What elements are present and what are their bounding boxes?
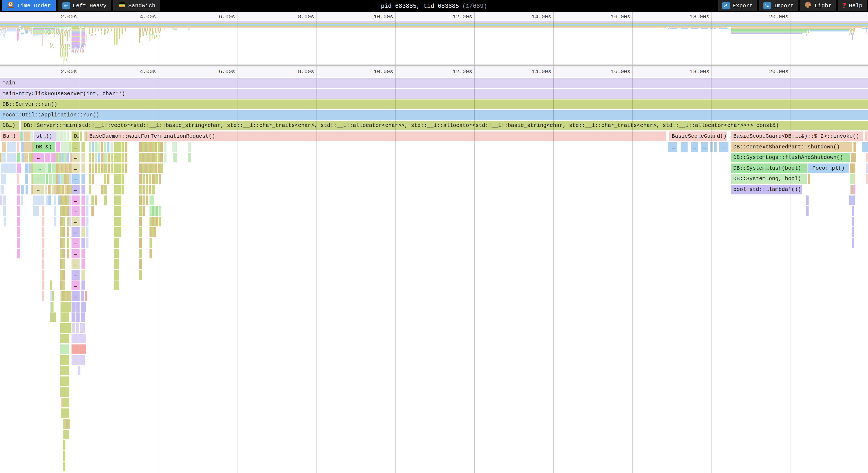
flame-frame[interactable] (42, 249, 44, 258)
flame-frame[interactable] (91, 206, 94, 216)
flame-frame[interactable] (81, 302, 83, 312)
flame-frame[interactable] (57, 185, 59, 194)
flame-frame[interactable] (65, 185, 67, 194)
flame-frame[interactable] (68, 291, 71, 301)
flame-frame[interactable]: Poco:…pl() (810, 163, 849, 173)
flame-frame[interactable] (143, 174, 145, 184)
flame-frame[interactable]: DB::Server::main(std::__1::vector<std::_… (21, 121, 868, 130)
flame-frame[interactable] (142, 163, 145, 173)
flame-frame[interactable] (82, 195, 85, 205)
flame-frame[interactable] (155, 142, 157, 152)
flame-frame[interactable] (82, 185, 85, 194)
flame-frame[interactable] (854, 153, 856, 162)
flame-frame[interactable] (80, 131, 82, 141)
flame-frame[interactable] (52, 163, 54, 173)
flame-frame[interactable] (139, 238, 142, 248)
flame-frame[interactable] (59, 185, 62, 194)
flame-frame[interactable] (174, 153, 177, 162)
flame-frame[interactable]: … (71, 185, 80, 194)
flame-frame[interactable] (117, 153, 119, 162)
flame-frame[interactable]: … (71, 195, 80, 205)
flame-frame[interactable] (24, 131, 30, 141)
flame-frame[interactable] (862, 142, 868, 152)
flame-frame[interactable] (806, 206, 809, 216)
flame-frame[interactable] (18, 163, 21, 173)
flame-frame[interactable]: … (33, 174, 45, 184)
flame-frame[interactable] (82, 217, 85, 226)
flame-frame[interactable] (143, 195, 145, 205)
flame-frame[interactable] (114, 153, 117, 162)
flame-frame[interactable] (3, 195, 6, 205)
minimap[interactable] (0, 21, 868, 65)
flame-frame[interactable] (114, 142, 117, 152)
flame-frame[interactable] (160, 142, 163, 152)
flame-frame[interactable] (852, 227, 854, 237)
flame-frame[interactable] (69, 174, 71, 184)
flame-frame[interactable] (17, 249, 20, 258)
flame-frame[interactable] (146, 174, 148, 184)
flame-frame[interactable] (17, 142, 19, 152)
flame-frame[interactable] (68, 419, 70, 429)
flame-frame[interactable] (98, 153, 100, 162)
flame-frame[interactable] (92, 163, 94, 173)
flamechart[interactable]: mainmainEntryClickHouseServer(int, char*… (0, 76, 868, 473)
flame-frame[interactable] (63, 440, 65, 450)
flame-frame[interactable] (104, 163, 107, 173)
flame-frame[interactable] (150, 142, 152, 152)
flame-frame[interactable] (62, 270, 65, 280)
flame-frame[interactable] (145, 142, 147, 152)
flame-frame[interactable] (119, 195, 121, 205)
flame-frame[interactable] (95, 153, 97, 162)
flame-frame[interactable] (139, 185, 142, 194)
flame-frame[interactable] (139, 153, 142, 162)
flame-frame[interactable] (17, 238, 20, 248)
flame-frame[interactable] (119, 163, 121, 173)
flame-frame[interactable] (119, 174, 121, 184)
flame-frame[interactable] (54, 195, 56, 205)
flame-frame[interactable] (58, 142, 60, 152)
flame-frame[interactable] (866, 174, 868, 184)
flame-frame[interactable]: DB::System…lush(bool) (731, 163, 807, 173)
flame-frame[interactable] (53, 312, 56, 322)
flame-frame[interactable] (62, 238, 65, 248)
flame-frame[interactable]: … (71, 153, 80, 162)
flame-frame[interactable] (119, 185, 121, 194)
flame-frame[interactable] (67, 344, 69, 354)
help-button[interactable]: ? Help (838, 0, 867, 11)
flame-frame[interactable] (139, 270, 142, 280)
flame-frame[interactable] (150, 163, 152, 173)
flame-frame[interactable] (17, 174, 19, 184)
flame-frame[interactable] (46, 195, 48, 205)
flame-frame[interactable] (26, 185, 28, 194)
flame-frame[interactable] (89, 142, 91, 152)
flame-frame[interactable] (117, 163, 119, 173)
flame-frame[interactable] (111, 142, 113, 152)
flame-frame[interactable]: … (701, 142, 708, 152)
flame-frame[interactable] (62, 281, 65, 290)
flame-frame[interactable] (147, 142, 150, 152)
flame-frame[interactable] (152, 142, 155, 152)
flame-frame[interactable]: … (71, 142, 80, 152)
flame-frame[interactable]: … (33, 163, 45, 173)
flame-frame[interactable] (50, 281, 52, 290)
flame-frame[interactable] (67, 408, 69, 418)
flame-frame[interactable] (155, 153, 157, 162)
flame-frame[interactable] (139, 174, 142, 184)
flame-frame[interactable] (71, 312, 75, 322)
flame-frame[interactable] (63, 142, 66, 152)
flame-frame[interactable] (69, 217, 71, 226)
flame-frame[interactable] (67, 238, 69, 248)
flame-frame[interactable] (89, 153, 91, 162)
flame-frame[interactable] (0, 195, 2, 205)
flame-frame[interactable] (160, 163, 163, 173)
flame-frame[interactable]: DB…&) (33, 142, 55, 152)
flame-frame[interactable] (69, 206, 71, 216)
flame-frame[interactable] (853, 174, 855, 184)
flame-frame[interactable] (56, 131, 59, 141)
flame-frame[interactable] (139, 142, 142, 152)
flame-frame[interactable] (117, 142, 119, 152)
flame-frame[interactable] (66, 174, 69, 184)
flame-frame[interactable] (42, 227, 44, 237)
flame-frame[interactable] (114, 281, 117, 290)
flame-frame[interactable] (17, 185, 20, 194)
